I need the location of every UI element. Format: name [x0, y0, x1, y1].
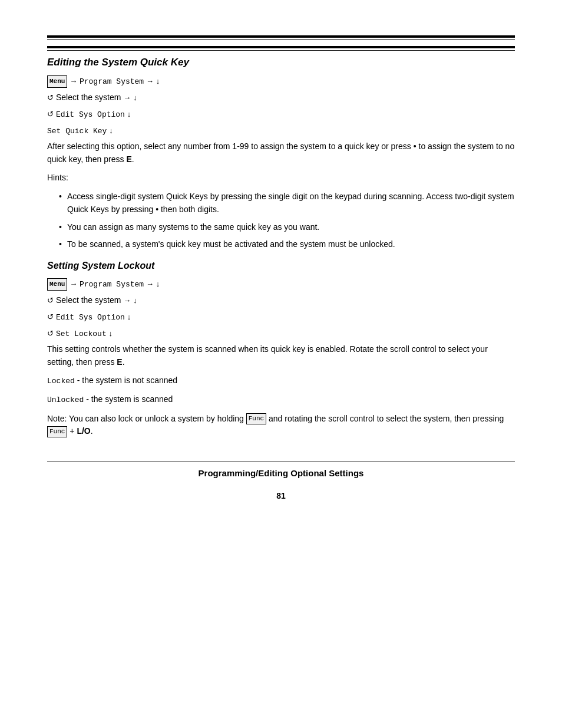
down-arrow-1-2: ↓ [133, 93, 137, 102]
nav-line-1-4: Set Quick Key ↓ [47, 124, 515, 138]
menu-key-2: Menu [47, 278, 67, 291]
nav-line-2-4: ↺ Set Lockout ↓ [47, 327, 515, 341]
hint-item-3: To be scanned, a system's quick key must… [59, 238, 515, 251]
down-arrow-2-2: ↓ [133, 296, 137, 305]
top-rules [47, 35, 515, 40]
page-number: 81 [47, 490, 515, 503]
hints-label: Hints: [47, 172, 515, 185]
nav-line-2-2: ↺ Select the system → ↓ [47, 294, 515, 308]
section-1-title: Editing the System Quick Key [47, 57, 515, 68]
section-divider-1 [47, 46, 515, 51]
footer: Programming/Editing Optional Settings 81 [47, 462, 515, 503]
rotate-icon-2-2: ↺ [47, 312, 54, 321]
section-setting-lockout: Setting System Lockout Menu → Program Sy… [47, 261, 515, 438]
unlocked-line: Unlocked - the system is scanned [47, 393, 515, 406]
select-system-text-2: Select the system [56, 295, 123, 305]
locked-label: Locked [47, 377, 75, 386]
hints-list: Access single-digit system Quick Keys by… [59, 190, 515, 251]
nav-line-1-3: ↺ Edit Sys Option ↓ [47, 107, 515, 121]
down-arrow-1-4: ↓ [109, 126, 113, 135]
nav-line-1-2: ↺ Select the system → ↓ [47, 91, 515, 105]
func-key-note-1: Func [246, 413, 266, 424]
mono-set-quick-key: Set Quick Key [47, 127, 107, 136]
footer-title: Programming/Editing Optional Settings [47, 468, 515, 478]
section-editing-quick-key: Editing the System Quick Key Menu → Prog… [47, 46, 515, 251]
down-arrow-1-1: ↓ [156, 77, 160, 85]
mono-edit-sys-1: Edit Sys Option [56, 110, 125, 119]
menu-key-1: Menu [47, 75, 67, 88]
section-1-body: After selecting this option, select any … [47, 140, 515, 166]
rotate-icon-2-1: ↺ [47, 296, 54, 305]
nav-line-1-1: Menu → Program System → ↓ [47, 74, 515, 88]
down-arrow-1-3: ↓ [127, 110, 131, 118]
unlocked-label: Unlocked [47, 396, 84, 404]
nav-line-2-1: Menu → Program System → ↓ [47, 277, 515, 291]
unlocked-text: - the system is scanned [84, 394, 173, 404]
nav-line-2-3: ↺ Edit Sys Option ↓ [47, 310, 515, 324]
rule-thin-1 [47, 50, 515, 51]
page: Editing the System Quick Key Menu → Prog… [0, 0, 562, 728]
arrow-1-1: → [70, 77, 80, 85]
note-paragraph: Note: You can also lock or unlock a syst… [47, 413, 515, 438]
hint-item-1: Access single-digit system Quick Keys by… [59, 190, 515, 216]
rotate-icon-2-3: ↺ [47, 329, 54, 338]
arrow-2-3: → [123, 296, 133, 305]
rule-thick-top [47, 35, 515, 38]
down-arrow-2-4: ↓ [109, 329, 113, 338]
rule-thick-1 [47, 46, 515, 48]
func-key-note-2: Func [47, 426, 67, 437]
section-2-body: This setting controls whether the system… [47, 343, 515, 368]
select-system-text-1: Select the system [56, 93, 123, 102]
arrow-2-1: → [70, 279, 80, 288]
rotate-icon-1-1: ↺ [47, 93, 54, 102]
rule-thin-top [47, 39, 515, 40]
section-2-title: Setting System Lockout [47, 261, 515, 271]
hint-item-2: You can assign as many systems to the sa… [59, 221, 515, 234]
down-arrow-2-3: ↓ [127, 312, 131, 321]
arrow-1-2: → [146, 77, 156, 85]
mono-set-lockout: Set Lockout [56, 330, 107, 338]
arrow-1-3: → [123, 93, 133, 102]
rotate-icon-1-2: ↺ [47, 110, 54, 118]
arrow-2-2: → [146, 279, 156, 288]
down-arrow-2-1: ↓ [156, 279, 160, 288]
mono-program-system-1: Program System [80, 77, 144, 86]
mono-edit-sys-2: Edit Sys Option [56, 313, 125, 322]
mono-program-system-2: Program System [80, 280, 144, 289]
locked-text: - the system is not scanned [75, 375, 177, 385]
locked-line: Locked - the system is not scanned [47, 374, 515, 387]
